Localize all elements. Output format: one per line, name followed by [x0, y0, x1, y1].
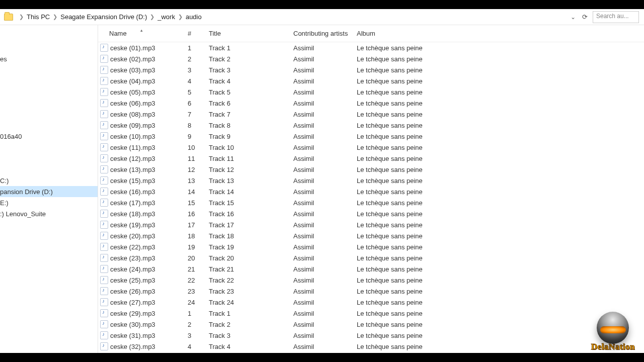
file-artist: Assimil — [290, 221, 354, 229]
file-artist: Assimil — [290, 277, 354, 284]
file-row[interactable]: ceske (06).mp36Track 6AssimilLe tchèque … — [98, 98, 644, 109]
file-row[interactable]: ceske (26).mp323Track 23AssimilLe tchèqu… — [98, 286, 644, 297]
file-artist: Assimil — [290, 66, 354, 74]
nav-tree-item[interactable]: es — [0, 53, 98, 64]
file-album: Le tchèque sans peine — [354, 232, 454, 240]
file-artist: Assimil — [290, 243, 354, 251]
breadcrumb-this-pc[interactable]: This PC — [27, 13, 50, 21]
audio-file-icon — [100, 298, 108, 306]
file-row[interactable]: ceske (17).mp315Track 15AssimilLe tchèqu… — [98, 197, 644, 208]
file-row[interactable]: ceske (27).mp324Track 24AssimilLe tchèqu… — [98, 297, 644, 308]
letterbox-bottom — [0, 353, 644, 362]
file-row[interactable]: ceske (03).mp33Track 3AssimilLe tchèque … — [98, 64, 644, 75]
file-name: ceske (23).mp3 — [110, 254, 155, 262]
file-row[interactable]: ceske (11).mp310Track 10AssimilLe tchèqu… — [98, 142, 644, 153]
column-header-name[interactable]: Name ▴ — [98, 30, 185, 37]
nav-tree-item[interactable]: 016a40 — [0, 131, 98, 142]
file-track-number: 1 — [185, 44, 206, 52]
file-row[interactable]: ceske (32).mp34Track 4AssimilLe tchèque … — [98, 341, 644, 352]
file-row[interactable]: ceske (15).mp313Track 13AssimilLe tchèqu… — [98, 175, 644, 186]
audio-file-icon — [100, 331, 108, 339]
file-name: ceske (18).mp3 — [110, 210, 155, 218]
file-row[interactable]: ceske (20).mp318Track 18AssimilLe tchèqu… — [98, 230, 644, 241]
file-name: ceske (25).mp3 — [110, 277, 155, 284]
audio-file-icon — [100, 320, 108, 328]
nav-tree-item[interactable]: pansion Drive (D:) — [0, 186, 98, 197]
chevron-down-icon[interactable]: ⌄ — [569, 13, 578, 22]
file-artist: Assimil — [290, 122, 354, 129]
file-title: Track 6 — [206, 100, 290, 107]
file-row[interactable]: ceske (19).mp317Track 17AssimilLe tchèqu… — [98, 219, 644, 230]
nav-tree-item[interactable] — [0, 42, 98, 53]
nav-tree-item[interactable]: :) Lenovo_Suite — [0, 208, 98, 219]
nav-tree-item[interactable]: E:) — [0, 197, 98, 208]
file-row[interactable]: ceske (29).mp31Track 1AssimilLe tchèque … — [98, 308, 644, 319]
file-row[interactable]: ceske (24).mp321Track 21AssimilLe tchèqu… — [98, 263, 644, 275]
file-title: Track 7 — [206, 111, 290, 118]
file-row[interactable]: ceske (23).mp320Track 20AssimilLe tchèqu… — [98, 252, 644, 263]
file-album: Le tchèque sans peine — [354, 55, 454, 63]
nav-tree-item[interactable] — [0, 98, 98, 109]
file-name: ceske (16).mp3 — [110, 188, 155, 196]
column-header-label: Name — [109, 30, 127, 37]
search-input[interactable]: Search au... — [593, 11, 639, 23]
audio-file-icon — [100, 232, 108, 240]
file-track-number: 22 — [185, 277, 206, 284]
file-title: Track 3 — [206, 66, 290, 74]
file-title: Track 1 — [206, 310, 290, 317]
nav-tree-item[interactable] — [0, 75, 98, 86]
audio-file-icon — [100, 221, 108, 229]
file-title: Track 22 — [206, 277, 290, 284]
file-row[interactable]: ceske (10).mp39Track 9AssimilLe tchèque … — [98, 131, 644, 142]
file-track-number: 2 — [185, 55, 206, 63]
file-artist: Assimil — [290, 166, 354, 173]
file-album: Le tchèque sans peine — [354, 177, 454, 185]
column-header-artist[interactable]: Contributing artists — [290, 30, 354, 37]
file-row[interactable]: ceske (22).mp319Track 19AssimilLe tchèqu… — [98, 241, 644, 252]
nav-tree-item[interactable] — [0, 109, 98, 120]
file-row[interactable]: ceske (02).mp32Track 2AssimilLe tchèque … — [98, 53, 644, 64]
file-track-number: 19 — [185, 243, 206, 251]
audio-file-icon — [100, 121, 108, 129]
column-header-title[interactable]: Title — [206, 30, 290, 37]
file-row[interactable]: ceske (30).mp32Track 2AssimilLe tchèque … — [98, 319, 644, 330]
refresh-icon[interactable]: ⟳ — [580, 12, 590, 22]
nav-tree-item[interactable] — [0, 86, 98, 98]
file-title: Track 20 — [206, 254, 290, 262]
file-track-number: 12 — [185, 166, 206, 173]
file-track-number: 21 — [185, 265, 206, 273]
file-row[interactable]: ceske (04).mp34Track 4AssimilLe tchèque … — [98, 75, 644, 86]
column-header-album[interactable]: Album — [354, 30, 454, 37]
file-name: ceske (03).mp3 — [110, 66, 155, 74]
navigation-pane[interactable]: es016a40C:)pansion Drive (D:)E:):) Lenov… — [0, 25, 98, 353]
breadcrumb-audio[interactable]: audio — [186, 13, 202, 21]
file-name: ceske (19).mp3 — [110, 221, 155, 229]
file-artist: Assimil — [290, 332, 354, 339]
file-row[interactable]: ceske (09).mp38Track 8AssimilLe tchèque … — [98, 120, 644, 131]
audio-file-icon — [100, 254, 108, 262]
nav-tree-item[interactable] — [0, 153, 98, 164]
nav-tree-item[interactable]: C:) — [0, 175, 98, 186]
file-row[interactable]: ceske (05).mp35Track 5AssimilLe tchèque … — [98, 86, 644, 98]
file-name: ceske (32).mp3 — [110, 343, 155, 350]
chevron-right-icon: ❯ — [19, 14, 24, 20]
nav-tree-item[interactable] — [0, 120, 98, 131]
nav-tree-item[interactable] — [0, 142, 98, 153]
nav-tree-item[interactable] — [0, 64, 98, 75]
file-row[interactable]: ceske (25).mp322Track 22AssimilLe tchèqu… — [98, 275, 644, 286]
breadcrumb-work[interactable]: _work — [157, 13, 175, 21]
chevron-right-icon: ❯ — [53, 14, 57, 20]
file-row[interactable]: ceske (13).mp312Track 12AssimilLe tchèqu… — [98, 164, 644, 175]
column-header-number[interactable]: # — [185, 30, 206, 37]
file-row[interactable]: ceske (18).mp316Track 16AssimilLe tchèqu… — [98, 208, 644, 219]
file-row[interactable]: ceske (31).mp33Track 3AssimilLe tchèque … — [98, 330, 644, 341]
file-row[interactable]: ceske (01).mp31Track 1AssimilLe tchèque … — [98, 42, 644, 53]
nav-tree-item[interactable] — [0, 164, 98, 175]
file-row[interactable]: ceske (08).mp37Track 7AssimilLe tchèque … — [98, 109, 644, 120]
file-track-number: 24 — [185, 299, 206, 306]
file-name: ceske (15).mp3 — [110, 177, 155, 185]
file-row[interactable]: ceske (12).mp311Track 11AssimilLe tchèqu… — [98, 153, 644, 164]
file-track-number: 10 — [185, 144, 206, 151]
file-row[interactable]: ceske (16).mp314Track 14AssimilLe tchèqu… — [98, 186, 644, 197]
breadcrumb-drive[interactable]: Seagate Expansion Drive (D:) — [60, 13, 147, 21]
